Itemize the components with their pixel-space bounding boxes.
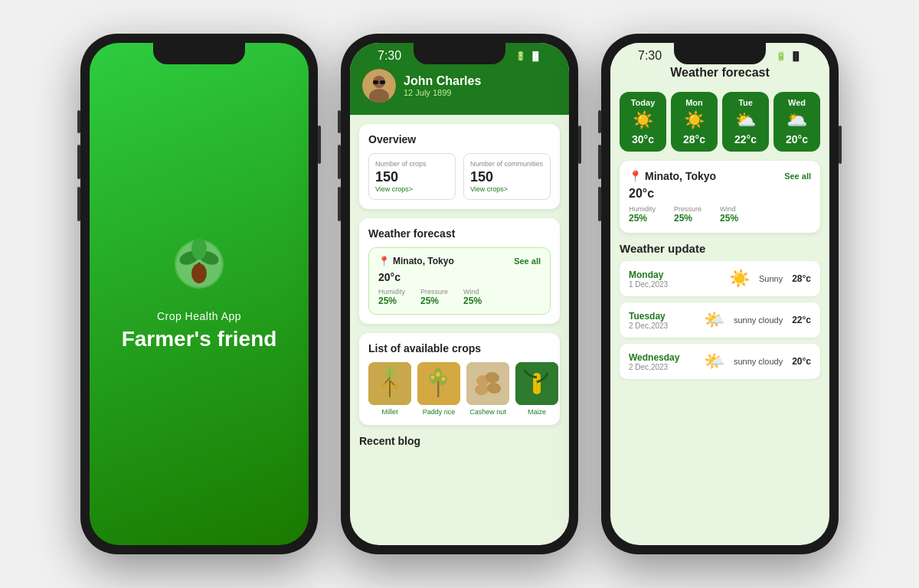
update-tuesday-left: Tuesday 2 Dec,2023	[629, 311, 698, 330]
overview-title: Overview	[368, 133, 551, 145]
crop-paddy[interactable]: Paddy rice	[417, 362, 460, 416]
overview-communities: Number of communities 150 View crops>	[463, 153, 551, 200]
weather-mini: 📍 Minato, Tokyo See all 20°c Humidity 25…	[368, 247, 551, 315]
phone-3: 7:30 🔋 ▐▌ Weather forecast Today ☀️ 30°c	[601, 34, 839, 554]
crop-img-maize	[515, 362, 558, 405]
svg-point-25	[431, 376, 435, 380]
weather-detail-temp: 20°c	[629, 187, 811, 201]
update-tuesday[interactable]: Tuesday 2 Dec,2023 🌤️ sunny cloudy 22°c	[620, 302, 820, 338]
pressure-stat-3: Pressure 25%	[674, 205, 702, 224]
svg-rect-10	[380, 80, 385, 84]
forecast-tue-name: Tue	[738, 98, 753, 107]
crops-value: 150	[375, 169, 449, 185]
forecast-days: Today ☀️ 30°c Mon ☀️ 28°c Tue ⛅ 22°c	[620, 92, 820, 152]
profile-info: John Charles 12 July 1899	[404, 74, 481, 97]
forecast-mon-temp: 28°c	[683, 133, 705, 145]
communities-link[interactable]: View crops>	[470, 185, 544, 193]
weather-detail-card: 📍 Minato, Tokyo See all 20°c Humidity 25…	[620, 161, 820, 233]
forecast-today[interactable]: Today ☀️ 30°c	[620, 92, 666, 152]
humidity-stat-2: Humidity 25%	[378, 288, 405, 306]
humidity-stat-3: Humidity 25%	[629, 205, 656, 224]
weather-body[interactable]: Today ☀️ 30°c Mon ☀️ 28°c Tue ⛅ 22°c	[610, 86, 829, 545]
update-tuesday-right: 🌤️ sunny cloudy 22°c	[698, 310, 811, 330]
phone-2: 7:30 🔋 ▐▌	[341, 34, 578, 554]
update-monday-right: ☀️ Sunny 28°c	[723, 269, 811, 289]
crop-millet[interactable]: Millet	[368, 362, 411, 416]
communities-value: 150	[470, 169, 544, 185]
svg-point-2	[191, 263, 207, 283]
status-time-2: 7:30	[378, 49, 401, 63]
forecast-tue-icon: ⛅	[735, 110, 756, 130]
update-wednesday-left: Wednesday 2 Dec,2023	[629, 352, 698, 371]
recent-blog-title: Recent blog	[359, 435, 420, 447]
forecast-today-temp: 30°c	[632, 133, 654, 145]
update-monday[interactable]: Monday 1 Dec,2023 ☀️ Sunny 28°c	[620, 261, 820, 296]
tuesday-weather-desc: sunny cloudy	[734, 315, 783, 325]
location-pin-icon-3: 📍	[629, 170, 642, 182]
overview-crops: Number of crops 150 View crops>	[368, 153, 456, 200]
weather-page-title: Weather forecast	[623, 66, 817, 80]
svg-point-17	[381, 383, 386, 387]
forecast-tue[interactable]: Tue ⛅ 22°c	[722, 92, 769, 152]
avatar	[362, 69, 396, 103]
tuesday-weather-icon: 🌤️	[704, 310, 724, 330]
phone-1: 7:30 🔋 ▐▌	[80, 34, 318, 554]
weather-update-title: Weather update	[620, 242, 820, 255]
forecast-wed[interactable]: Wed 🌥️ 20°c	[773, 92, 820, 152]
communities-label: Number of communities	[470, 160, 544, 168]
svg-point-24	[436, 372, 440, 377]
wind-stat-2: Wind 25%	[463, 288, 482, 306]
see-all-3[interactable]: See all	[784, 172, 811, 181]
forecast-wed-icon: 🌥️	[787, 110, 807, 130]
update-wednesday-date: 2 Dec,2023	[629, 363, 698, 371]
weather-card-2: Weather forecast 📍 Minato, Tokyo See all…	[359, 218, 560, 324]
weather-location-2: 📍 Minato, Tokyo	[378, 256, 454, 266]
update-wednesday[interactable]: Wednesday 2 Dec,2023 🌤️ sunny cloudy 20°…	[620, 344, 820, 379]
crop-label-millet: Millet	[381, 408, 397, 416]
forecast-mon-name: Mon	[685, 98, 703, 107]
crop-cashew[interactable]: Cashew nut	[466, 362, 509, 416]
weather-detail-header: 📍 Minato, Tokyo See all	[629, 170, 811, 182]
monday-temp: 28°c	[792, 273, 811, 284]
see-all-2[interactable]: See all	[514, 256, 541, 266]
update-monday-day: Monday	[629, 270, 723, 280]
home-body[interactable]: Overview Number of crops 150 View crops>…	[350, 115, 569, 545]
weather-detail-location: 📍 Minato, Tokyo	[629, 170, 716, 182]
crops-title: List of available crops	[368, 342, 551, 354]
forecast-wed-name: Wed	[788, 98, 806, 107]
weather-temp-2: 20°c	[378, 271, 541, 283]
weather-screen: 7:30 🔋 ▐▌ Weather forecast Today ☀️ 30°c	[610, 43, 829, 545]
monday-weather-desc: Sunny	[759, 274, 783, 283]
crops-link[interactable]: View crops>	[375, 185, 449, 193]
overview-card: Overview Number of crops 150 View crops>…	[359, 124, 560, 209]
profile-name: John Charles	[404, 74, 481, 88]
pressure-stat-2: Pressure 25%	[420, 288, 448, 306]
splash-subtitle: Crop Health App	[157, 310, 241, 322]
profile-row: John Charles 12 July 1899	[362, 69, 557, 103]
status-time-3: 7:30	[638, 49, 662, 63]
weather-location-row: 📍 Minato, Tokyo See all	[378, 256, 541, 266]
location-pin-icon-2: 📍	[378, 256, 390, 266]
signal-icon-3: ▐▌	[790, 51, 802, 60]
weather-update-section: Weather update Monday 1 Dec,2023 ☀️ Sunn…	[620, 242, 820, 379]
wednesday-temp: 20°c	[792, 356, 811, 367]
update-wednesday-right: 🌤️ sunny cloudy 20°c	[698, 351, 811, 371]
crops-card: List of available crops	[359, 333, 560, 425]
weather-stats-2: Humidity 25% Pressure 25% Wind 25%	[378, 288, 541, 306]
update-tuesday-day: Tuesday	[629, 311, 698, 322]
crop-label-cashew: Cashew nut	[469, 408, 506, 416]
tuesday-temp: 22°c	[792, 315, 811, 325]
crop-maize[interactable]: Maize	[515, 362, 558, 416]
recent-blog-header: Recent blog	[359, 434, 560, 448]
weather-detail-stats: Humidity 25% Pressure 25% Wind 25%	[629, 205, 811, 224]
wednesday-weather-icon: 🌤️	[704, 351, 724, 371]
forecast-today-icon: ☀️	[633, 110, 653, 130]
wind-stat-3: Wind 25%	[720, 205, 738, 224]
battery-icon-3: 🔋	[776, 51, 787, 61]
update-wednesday-day: Wednesday	[629, 352, 698, 363]
monday-weather-icon: ☀️	[729, 269, 750, 289]
forecast-mon[interactable]: Mon ☀️ 28°c	[671, 92, 718, 152]
forecast-wed-temp: 20°c	[786, 133, 808, 145]
crop-img-millet	[368, 362, 411, 405]
crops-grid: Millet	[368, 362, 551, 416]
